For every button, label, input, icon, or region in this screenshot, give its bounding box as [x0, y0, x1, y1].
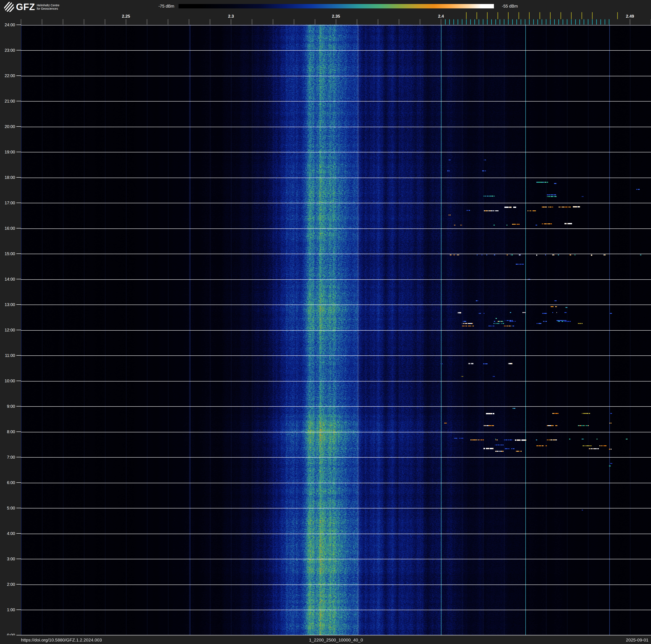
ble-channel-tick	[521, 19, 521, 25]
ble-channel-tick	[609, 19, 610, 25]
time-label: 17:00	[0, 200, 15, 205]
hour-tick	[17, 355, 21, 356]
hour-tick	[17, 50, 21, 51]
ble-channel-tick	[554, 19, 555, 25]
time-label: 18:00	[0, 175, 15, 180]
time-label: 11:00	[0, 353, 15, 358]
ble-channel-tick	[512, 19, 513, 25]
ble-channel-tick	[567, 19, 567, 25]
ble-channel-tick	[588, 19, 588, 25]
hour-tick	[17, 177, 21, 178]
wifi-channel-tick	[582, 12, 582, 19]
ble-channel-tick	[596, 19, 597, 25]
freq-tick	[273, 19, 273, 25]
wifi-channel-tick	[571, 12, 571, 19]
time-label: 21:00	[0, 98, 15, 104]
ble-channel-tick	[445, 19, 445, 25]
ble-channel-tick	[500, 19, 500, 25]
time-label: 3:00	[0, 556, 15, 561]
freq-tick	[189, 19, 189, 25]
footer-bar: https://doi.org/10.5880/GFZ.1.2.2024.003…	[0, 635, 651, 644]
wifi-channel-tick	[529, 12, 530, 19]
time-label: 19:00	[0, 149, 15, 154]
ble-channel-tick	[478, 19, 479, 25]
ble-channel-tick	[584, 19, 584, 25]
freq-tick	[126, 19, 126, 25]
colorbar-gradient	[179, 4, 494, 8]
time-label: 6:00	[0, 480, 15, 485]
ble-channel-tick	[495, 19, 496, 25]
hour-tick	[17, 457, 21, 457]
freq-tick	[441, 19, 441, 25]
ble-channel-tick	[579, 19, 580, 25]
ble-channel-tick	[449, 19, 450, 25]
freq-tick	[105, 19, 105, 25]
hour-tick	[17, 330, 21, 330]
freq-tick	[357, 19, 357, 25]
time-label: 13:00	[0, 302, 15, 307]
hour-tick	[17, 304, 21, 305]
hour-tick	[17, 203, 21, 203]
ble-channel-tick	[604, 19, 605, 25]
ble-channel-tick	[462, 19, 462, 25]
ble-channel-tick	[470, 19, 471, 25]
wifi-channel-tick	[476, 12, 477, 19]
freq-label: 2.35	[328, 14, 344, 19]
freq-tick	[63, 19, 63, 25]
ble-channel-tick	[546, 19, 547, 25]
time-label: 14:00	[0, 276, 15, 282]
wifi-channel-tick	[560, 12, 561, 19]
ble-channel-tick	[600, 19, 601, 25]
time-label: 5:00	[0, 505, 15, 510]
time-label: 1:00	[0, 607, 15, 612]
ble-channel-tick	[454, 19, 454, 25]
date-label: 2025-09-01	[626, 635, 649, 644]
wifi-channel-tick	[497, 12, 498, 19]
time-label: 20:00	[0, 124, 15, 129]
freq-label: 2.25	[118, 14, 134, 19]
hour-tick	[17, 381, 21, 381]
freq-tick	[378, 19, 378, 25]
ble-channel-tick	[541, 19, 542, 25]
spectrogram-report: GFZ Helmholtz Centre for Geosciences -75…	[0, 0, 651, 644]
hour-tick	[17, 432, 21, 432]
freq-tick	[315, 19, 315, 25]
ble-channel-tick	[487, 19, 488, 25]
freq-tick	[231, 19, 231, 25]
ble-channel-tick	[571, 19, 571, 25]
freq-tick	[336, 19, 336, 25]
hour-tick	[17, 533, 21, 534]
wifi-channel-tick	[617, 12, 618, 19]
wifi-channel-tick	[592, 12, 593, 19]
hour-tick	[17, 152, 21, 152]
hour-tick	[17, 584, 21, 585]
time-label: 10:00	[0, 378, 15, 383]
freq-tick	[630, 19, 630, 25]
wifi-channel-tick	[550, 12, 551, 19]
freq-label: 2.3	[223, 14, 239, 19]
time-label: 23:00	[0, 48, 15, 53]
colorbar-min-label: -75 dBm	[134, 4, 174, 8]
hour-tick	[17, 76, 21, 76]
hour-tick	[17, 559, 21, 559]
wifi-channel-tick	[508, 12, 508, 19]
colorbar-max-label: -55 dBm	[502, 4, 518, 8]
freq-tick	[42, 19, 42, 25]
ble-channel-tick	[491, 19, 492, 25]
ble-channel-tick	[466, 19, 467, 25]
freq-tick	[294, 19, 294, 25]
hour-tick	[17, 508, 21, 508]
ble-channel-tick	[563, 19, 563, 25]
time-label: 24:00	[0, 22, 15, 27]
hour-tick	[17, 279, 21, 279]
freq-label: 2.4	[433, 14, 450, 19]
ble-channel-tick	[558, 19, 559, 25]
time-label: 12:00	[0, 327, 15, 332]
gfz-logo-icon	[4, 2, 14, 12]
wifi-channel-tick	[539, 12, 540, 19]
wifi-channel-tick	[466, 12, 467, 19]
hour-tick	[17, 610, 21, 610]
gfz-logo: GFZ Helmholtz Centre for Geosciences	[4, 2, 59, 12]
time-label: 7:00	[0, 455, 15, 460]
wifi-channel-tick	[487, 12, 488, 19]
